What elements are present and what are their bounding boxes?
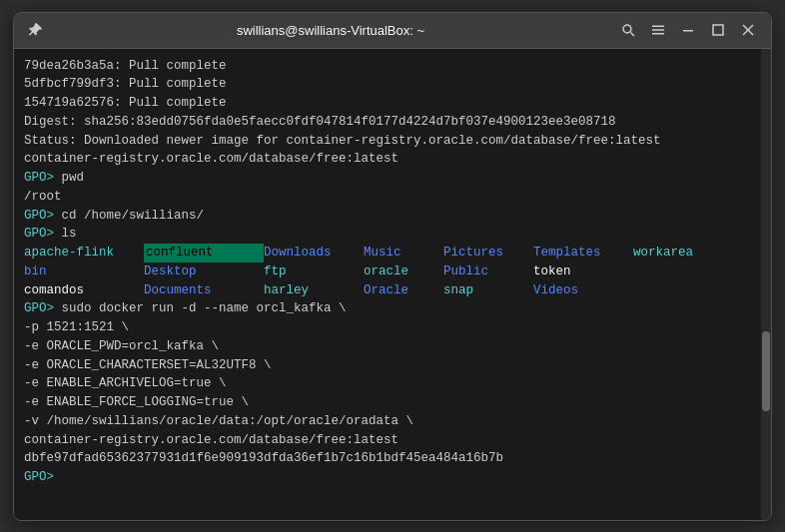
svg-rect-2: [652, 26, 664, 28]
prompt-line: GPO>: [24, 468, 751, 487]
output-line: -e ORACLE_CHARACTERSET=AL32UTF8 \: [24, 356, 751, 375]
output-line: 5dfbcf799df3: Pull complete: [24, 75, 751, 94]
ls-item: harley: [264, 281, 364, 300]
prompt-line: GPO> sudo docker run -d --name orcl_kafk…: [24, 299, 751, 318]
prompt-line: GPO> ls: [24, 225, 751, 244]
ls-item: bin: [24, 263, 144, 281]
ls-item: comandos: [24, 281, 144, 300]
output-line: 154719a62576: Pull complete: [24, 94, 751, 113]
ls-item: snap: [443, 281, 533, 300]
ls-item: token: [533, 263, 633, 281]
output-line: -e ENABLE_FORCE_LOGGING=true \: [24, 393, 751, 412]
output-line: container-registry.oracle.com/database/f…: [24, 150, 751, 169]
menu-button[interactable]: [645, 17, 671, 43]
ls-item: Templates: [533, 244, 633, 263]
ls-item: apache-flink: [24, 244, 144, 263]
terminal-window: swillians@swillians-VirtualBox: ~: [13, 12, 772, 521]
terminal-body[interactable]: 79dea26b3a5a: Pull complete 5dfbcf799df3…: [14, 49, 761, 520]
scrollbar[interactable]: [761, 49, 771, 520]
output-line: /root: [24, 188, 751, 207]
ls-item: Documents: [144, 281, 264, 300]
ls-item: Videos: [533, 281, 633, 300]
output-line: container-registry.oracle.com/database/f…: [24, 431, 751, 450]
ls-item: [633, 281, 713, 300]
maximize-button[interactable]: [705, 17, 731, 43]
minimize-button[interactable]: [675, 17, 701, 43]
svg-rect-3: [652, 29, 664, 31]
ls-item: Public: [443, 263, 533, 281]
output-line: -p 1521:1521 \: [24, 318, 751, 337]
search-button[interactable]: [615, 17, 641, 43]
output-line: dbfe97dfad65362377931d1f6e909193dfda36ef…: [24, 449, 751, 468]
svg-point-0: [623, 25, 631, 33]
ls-item: Oracle: [364, 281, 443, 300]
output-line: 79dea26b3a5a: Pull complete: [24, 57, 751, 76]
titlebar-controls: [615, 17, 761, 43]
svg-rect-5: [683, 30, 693, 32]
window-title: swillians@swillians-VirtualBox: ~: [46, 23, 615, 38]
ls-item: oracle: [364, 263, 443, 281]
ls-item: Pictures: [443, 244, 533, 263]
pin-icon[interactable]: [24, 19, 46, 41]
ls-item: workarea: [633, 244, 713, 263]
svg-rect-4: [652, 33, 664, 35]
ls-item: confluent: [144, 244, 264, 263]
ls-item: [633, 263, 713, 281]
ls-item: Desktop: [144, 263, 264, 281]
close-button[interactable]: [735, 17, 761, 43]
titlebar-left: [24, 19, 46, 41]
output-line: -v /home/swillians/oracle/data:/opt/orac…: [24, 412, 751, 431]
svg-rect-6: [713, 25, 723, 35]
ls-item: Music: [364, 244, 443, 263]
ls-item: Downloads: [264, 244, 364, 263]
output-line: -e ORACLE_PWD=orcl_kafka \: [24, 337, 751, 356]
scrollbar-thumb[interactable]: [762, 331, 770, 411]
ls-output: apache-flink confluent Downloads Music P…: [24, 244, 751, 299]
ls-item: ftp: [264, 263, 364, 281]
output-line: Status: Downloaded newer image for conta…: [24, 132, 751, 151]
output-line: Digest: sha256:83edd0756fda0e5faecc0fdf0…: [24, 113, 751, 132]
svg-line-1: [631, 33, 635, 37]
prompt-line: GPO> cd /home/swillians/: [24, 207, 751, 226]
output-line: -e ENABLE_ARCHIVELOG=true \: [24, 374, 751, 393]
terminal-wrapper: 79dea26b3a5a: Pull complete 5dfbcf799df3…: [14, 49, 771, 520]
prompt-line: GPO> pwd: [24, 169, 751, 188]
titlebar: swillians@swillians-VirtualBox: ~: [14, 13, 771, 49]
